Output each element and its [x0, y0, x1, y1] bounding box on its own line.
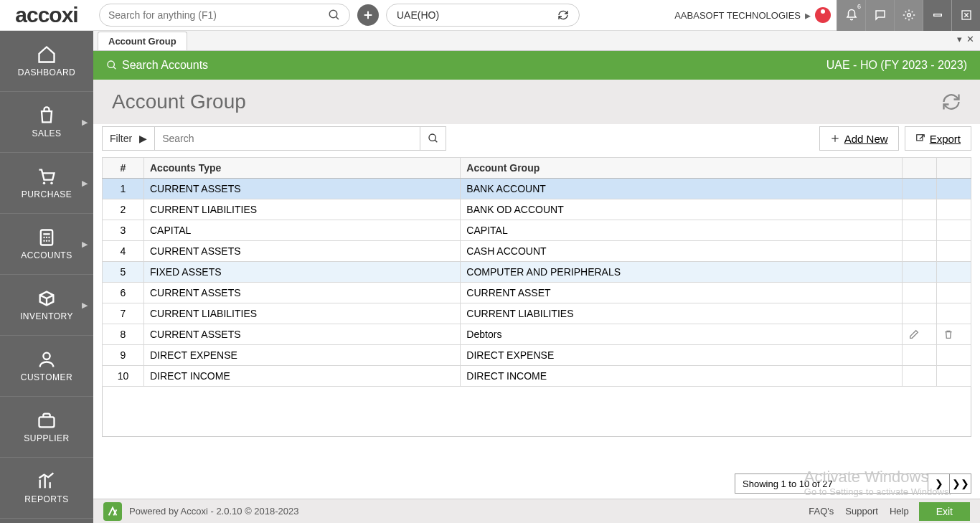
calc-icon — [37, 227, 57, 248]
delete-icon — [937, 199, 971, 220]
sidebar-item-customer[interactable]: CUSTOMER — [0, 336, 93, 397]
table-row[interactable]: 1CURRENT ASSETSBANK ACCOUNT — [103, 179, 971, 199]
edit-icon[interactable] — [903, 324, 937, 345]
sidebar-item-dashboard[interactable]: DASHBOARD — [0, 31, 93, 92]
title-bar: Account Group — [93, 80, 980, 124]
svg-point-0 — [329, 10, 337, 18]
company-name[interactable]: AABASOFT TECHNOLOGIES — [674, 10, 801, 21]
cell-group: DIRECT EXPENSE — [461, 345, 903, 366]
cell-num: 1 — [103, 179, 144, 199]
sidebar-item-inventory[interactable]: INVENTORY▶ — [0, 275, 93, 336]
tab-account-group[interactable]: Account Group — [98, 32, 187, 50]
table-row[interactable]: 5FIXED ASSETSCOMPUTER AND PERIPHERALS — [103, 262, 971, 283]
minimize-button[interactable] — [923, 0, 951, 31]
pager-last[interactable]: ❯❯ — [950, 473, 971, 494]
footer-logo-icon — [103, 502, 122, 521]
table-row[interactable]: 2CURRENT LIABILITIESBANK OD ACCOUNT — [103, 199, 971, 220]
plus-icon — [362, 9, 374, 21]
sidebar-item-accounts[interactable]: ACCOUNTS▶ — [0, 214, 93, 275]
page-actionbar: Search Accounts UAE - HO (FY 2023 - 2023… — [93, 51, 980, 80]
table-search-input[interactable] — [155, 126, 420, 151]
table-row[interactable]: 9DIRECT EXPENSEDIRECT EXPENSE — [103, 345, 971, 366]
sidebar-item-supplier[interactable]: SUPPLIER — [0, 397, 93, 458]
sidebar-item-sales[interactable]: SALES▶ — [0, 92, 93, 153]
pager-info: Showing 1 to 10 of 27 — [735, 473, 928, 494]
table-search-button[interactable] — [420, 126, 446, 151]
col-edit — [903, 158, 937, 179]
sidebar-item-purchase[interactable]: PURCHASE▶ — [0, 153, 93, 214]
refresh-icon — [557, 9, 569, 21]
exit-button[interactable]: Exit — [919, 502, 970, 521]
filter-button[interactable]: Filter ▶ — [102, 126, 155, 151]
cart-icon — [37, 166, 57, 187]
col-num[interactable]: # — [103, 158, 144, 179]
table-wrap: # Accounts Type Account Group 1CURRENT A… — [93, 153, 980, 523]
cell-group: CAPITAL — [461, 220, 903, 241]
sidebar-item-label: PURCHASE — [22, 189, 72, 199]
svg-point-15 — [48, 237, 50, 238]
chevron-right-icon: ▶ — [82, 240, 88, 249]
chevron-right-icon: ▶ — [82, 301, 88, 310]
notifications-button[interactable]: 6 — [837, 0, 865, 31]
branch-selector[interactable]: UAE(HO) — [386, 4, 580, 27]
table-row[interactable]: 3CAPITALCAPITAL — [103, 220, 971, 241]
cell-group: COMPUTER AND PERIPHERALS — [461, 262, 903, 283]
svg-point-26 — [429, 134, 435, 141]
col-type[interactable]: Accounts Type — [144, 158, 461, 179]
table-row[interactable]: 7CURRENT LIABILITIESCURRENT LIABILITIES — [103, 303, 971, 324]
accounts-table: # Accounts Type Account Group 1CURRENT A… — [102, 157, 971, 387]
settings-button[interactable] — [894, 0, 923, 31]
table-row[interactable]: 4CURRENT ASSETSCASH ACCOUNT — [103, 241, 971, 262]
col-group[interactable]: Account Group — [461, 158, 903, 179]
add-new-button[interactable]: Add New — [819, 126, 899, 151]
support-link[interactable]: Support — [845, 506, 878, 517]
user-icon — [37, 349, 57, 369]
topbar: accoxi UAE(HO) AABASOFT TECHNOLOGIES ▸ 6 — [0, 0, 980, 31]
bag-icon — [37, 105, 57, 126]
add-button[interactable] — [357, 4, 379, 26]
export-button[interactable]: Export — [905, 126, 971, 151]
global-search-input[interactable] — [108, 9, 328, 21]
sync-button[interactable] — [941, 92, 961, 112]
gear-icon — [903, 9, 915, 22]
edit-icon — [903, 262, 937, 283]
table-row[interactable]: 10DIRECT INCOMEDIRECT INCOME — [103, 366, 971, 387]
pager-next[interactable]: ❯ — [928, 473, 950, 494]
cell-group: CASH ACCOUNT — [461, 241, 903, 262]
filter-row: Filter ▶ Add New Export — [93, 124, 980, 153]
cell-type: CURRENT LIABILITIES — [144, 199, 461, 220]
delete-icon — [937, 366, 971, 387]
cell-num: 9 — [103, 345, 144, 366]
delete-icon — [937, 220, 971, 241]
cell-num: 7 — [103, 303, 144, 324]
faq-link[interactable]: FAQ's — [809, 506, 834, 517]
table-row[interactable]: 6CURRENT ASSETSCURRENT ASSET — [103, 283, 971, 303]
svg-point-10 — [50, 182, 53, 185]
tab-menu-icon[interactable]: ▾ — [957, 34, 962, 44]
edit-icon — [903, 179, 937, 199]
svg-rect-5 — [933, 14, 941, 17]
search-icon — [106, 60, 118, 71]
delete-icon — [937, 262, 971, 283]
cell-type: CAPITAL — [144, 220, 461, 241]
help-link[interactable]: Help — [890, 506, 909, 517]
topbar-right: AABASOFT TECHNOLOGIES ▸ 6 — [674, 0, 980, 31]
tab-close-icon[interactable]: ✕ — [966, 34, 974, 44]
cell-type: CURRENT ASSETS — [144, 241, 461, 262]
svg-line-1 — [336, 17, 339, 19]
plus-icon — [830, 133, 840, 143]
sidebar-item-label: SALES — [32, 128, 61, 138]
global-search[interactable] — [99, 4, 350, 27]
chevron-right-icon: ▸ — [805, 9, 811, 22]
sidebar-item-reports[interactable]: REPORTS — [0, 458, 93, 519]
svg-line-25 — [113, 67, 116, 69]
search-accounts-button[interactable]: Search Accounts — [106, 59, 208, 72]
close-window-button[interactable] — [951, 0, 980, 31]
search-icon — [428, 133, 439, 144]
chat-button[interactable] — [865, 0, 894, 31]
delete-icon[interactable] — [937, 324, 971, 345]
svg-point-18 — [48, 240, 50, 242]
table-row[interactable]: 8CURRENT ASSETSDebtors — [103, 324, 971, 345]
sidebar-item-label: ACCOUNTS — [21, 250, 72, 260]
cell-type: CURRENT ASSETS — [144, 324, 461, 345]
